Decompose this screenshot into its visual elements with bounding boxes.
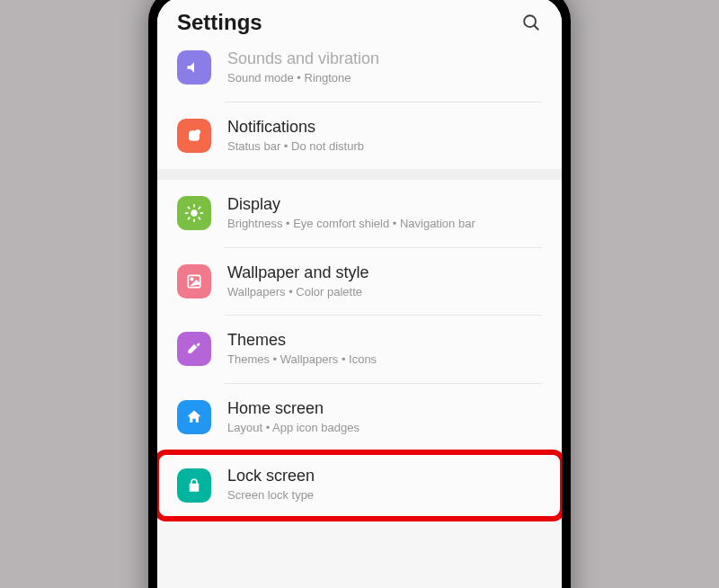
- settings-item-wallpaper[interactable]: Wallpaper and style Wallpapers • Color p…: [157, 248, 562, 316]
- lock-icon: [177, 468, 211, 503]
- item-subtitle: Brightness • Eye comfort shield • Naviga…: [227, 216, 542, 232]
- settings-item-notifications[interactable]: Notifications Status bar • Do not distur…: [157, 102, 562, 170]
- item-title: Display: [227, 195, 542, 214]
- item-text: Display Brightness • Eye comfort shield …: [227, 195, 542, 232]
- item-title: Themes: [227, 331, 542, 350]
- home-icon: [177, 400, 211, 434]
- item-text: Sounds and vibration Sound mode • Ringto…: [227, 49, 542, 86]
- item-text: Wallpaper and style Wallpapers • Color p…: [227, 263, 542, 300]
- settings-item-display[interactable]: Display Brightness • Eye comfort shield …: [157, 180, 562, 247]
- item-subtitle: Themes • Wallpapers • Icons: [227, 352, 542, 368]
- settings-item-home[interactable]: Home screen Layout • App icon badges: [157, 384, 562, 451]
- search-icon: [521, 13, 541, 32]
- svg-line-7: [188, 208, 189, 209]
- header-bar: Settings: [157, 0, 562, 44]
- search-button[interactable]: [520, 12, 542, 33]
- svg-line-12: [199, 208, 200, 209]
- display-icon: [177, 196, 211, 230]
- item-title: Notifications: [227, 118, 542, 137]
- svg-line-1: [534, 25, 538, 30]
- svg-line-8: [199, 218, 200, 219]
- settings-list: Sounds and vibration Sound mode • Ringto…: [157, 44, 562, 519]
- item-title: Wallpaper and style: [227, 263, 542, 282]
- settings-item-lock-screen[interactable]: Lock screen Screen lock type: [157, 451, 562, 519]
- item-title: Lock screen: [227, 467, 542, 486]
- phone-screen: Settings Sounds and vibration Sound mo: [157, 0, 562, 588]
- item-text: Notifications Status bar • Do not distur…: [227, 118, 542, 155]
- item-text: Lock screen Screen lock type: [227, 467, 542, 503]
- item-subtitle: Layout • App icon badges: [227, 420, 542, 436]
- svg-line-11: [188, 218, 189, 219]
- item-text: Themes Themes • Wallpapers • Icons: [227, 331, 542, 368]
- settings-item-themes[interactable]: Themes Themes • Wallpapers • Icons: [157, 316, 562, 383]
- svg-point-4: [191, 210, 197, 217]
- svg-point-14: [191, 278, 193, 281]
- item-subtitle: Sound mode • Ringtone: [227, 70, 542, 86]
- sounds-icon: [177, 50, 211, 85]
- themes-icon: [177, 332, 211, 366]
- page-title: Settings: [177, 10, 262, 35]
- item-text: Home screen Layout • App icon badges: [227, 399, 542, 436]
- svg-point-0: [524, 15, 536, 27]
- phone-frame: Settings Sounds and vibration Sound mo: [148, 0, 571, 588]
- item-title: Home screen: [227, 399, 542, 418]
- settings-item-sounds[interactable]: Sounds and vibration Sound mode • Ringto…: [157, 44, 562, 102]
- svg-rect-13: [188, 275, 200, 287]
- item-title: Sounds and vibration: [227, 49, 542, 68]
- svg-point-3: [195, 129, 200, 135]
- item-subtitle: Status bar • Do not disturb: [227, 138, 542, 155]
- item-subtitle: Screen lock type: [227, 487, 542, 503]
- wallpaper-icon: [177, 264, 211, 298]
- notifications-icon: [177, 119, 211, 153]
- item-subtitle: Wallpapers • Color palette: [227, 284, 542, 300]
- section-gap: [157, 169, 562, 180]
